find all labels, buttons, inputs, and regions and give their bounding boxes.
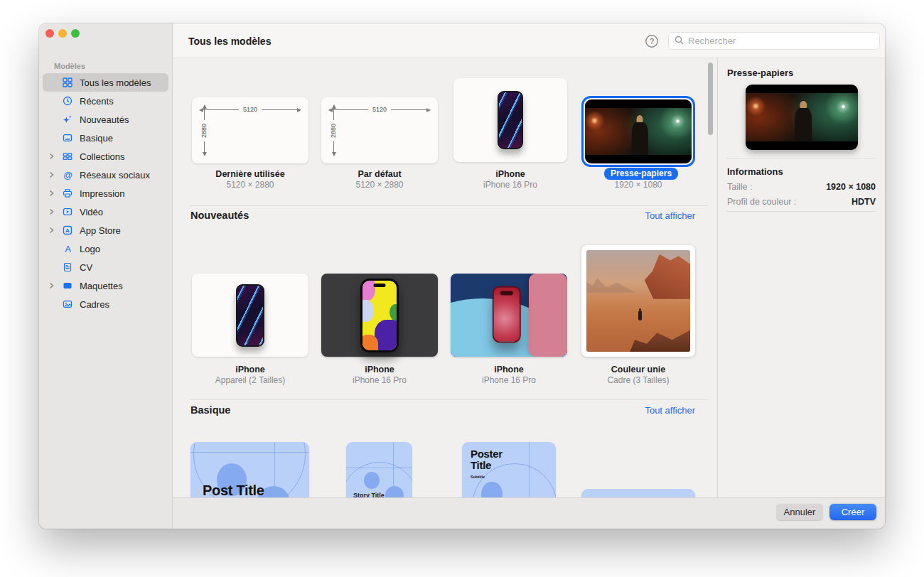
video-icon [62, 207, 73, 217]
sidebar-item-tous-les-modeles[interactable]: Tous les modèles [43, 73, 168, 92]
sidebar-item-basique[interactable]: Basique [43, 129, 168, 147]
sidebar-item-impression[interactable]: Impression [43, 184, 168, 203]
show-all-link[interactable]: Tout afficher [645, 210, 695, 221]
sidebar-item-cv[interactable]: CV [43, 258, 168, 276]
show-all-link[interactable]: Tout afficher [645, 405, 695, 416]
template-card-poster[interactable]: Poster Title Subtitle [462, 442, 556, 497]
template-card-couleur-unie[interactable] [581, 245, 695, 357]
sidebar-item-label: CV [80, 262, 92, 273]
pink-panel [529, 274, 567, 357]
toolbar: Tous les modèles ? [173, 23, 885, 58]
cancel-button[interactable]: Annuler [776, 504, 823, 520]
dialog-footer: Annuler Créer [173, 497, 885, 529]
sidebar-item-label: Basique [80, 133, 113, 144]
app-store-icon: A [62, 225, 73, 235]
iphone-preview-image [493, 286, 521, 343]
width-dimension-label: 5120 [368, 106, 391, 113]
mockup-icon [62, 281, 73, 291]
chevron-right-icon[interactable] [49, 190, 54, 197]
sidebar: Modèles Tous les modèles Récents Nouveau… [39, 23, 173, 529]
sidebar-item-app-store[interactable]: A App Store [43, 221, 168, 239]
sidebar-item-video[interactable]: Vidéo [43, 203, 168, 221]
height-dimension-arrow: 2880 [204, 105, 205, 156]
template-subtitle: iPhone 16 Pro [451, 375, 567, 385]
document-icon [62, 262, 73, 272]
zoom-button[interactable] [71, 29, 80, 38]
template-subtitle: iPhone 16 Pro [321, 375, 438, 385]
iphone-preview-image [360, 279, 399, 352]
chevron-right-icon[interactable] [49, 227, 54, 234]
sidebar-item-reseaux-sociaux[interactable]: @ Réseaux sociaux [43, 166, 168, 184]
template-preview-title: Poster Title [471, 448, 520, 471]
singer-silhouette [795, 101, 812, 141]
template-card-derniere-utilisee[interactable]: 5120 2880 [192, 97, 308, 163]
sidebar-section-label: Modèles [54, 62, 85, 70]
info-label: Taille : [727, 181, 752, 193]
template-subtitle: Cadre (3 Tailles) [581, 375, 695, 385]
chevron-right-icon[interactable] [49, 153, 54, 160]
sidebar-item-label: Réseaux sociaux [80, 170, 150, 180]
template-card-partial[interactable] [581, 489, 695, 497]
height-dimension-label: 2880 [200, 119, 208, 141]
chevron-right-icon[interactable] [49, 283, 54, 289]
selected-template-label: Presse-papiers [604, 168, 678, 180]
template-title: iPhone [192, 364, 308, 375]
sidebar-item-recents[interactable]: Récents [43, 92, 168, 110]
info-label: Profil de couleur : [727, 196, 796, 207]
template-card-iphone-colorful[interactable] [321, 274, 438, 357]
template-card-iphone-featured[interactable] [453, 78, 567, 162]
create-button[interactable]: Créer [829, 504, 876, 520]
vertical-scrollbar[interactable] [708, 63, 713, 135]
info-row-color-profile: Profil de couleur : HDTV [727, 196, 876, 207]
template-preview-title: Story Title [353, 492, 385, 497]
template-card-presse-papiers-selected[interactable] [581, 96, 695, 167]
section-title-basique: Basique [190, 404, 230, 416]
desert-photo [586, 250, 690, 352]
chevron-right-icon[interactable] [49, 209, 54, 215]
sidebar-item-cadres[interactable]: Cadres [43, 295, 168, 313]
clipboard-preview-image [746, 85, 858, 150]
height-dimension-arrow: 2880 [333, 105, 334, 156]
inspector-title: Presse-papiers [727, 68, 793, 78]
template-subtitle: 1920 × 1080 [581, 180, 695, 190]
height-dimension-label: 2880 [330, 119, 337, 141]
sidebar-list: Tous les modèles Récents Nouveautés Basi… [43, 73, 168, 313]
template-card-story[interactable]: Story Title [346, 442, 412, 497]
template-card-iphone-2-tailles[interactable] [192, 274, 308, 357]
info-value: HDTV [852, 196, 876, 207]
template-subtitle: Appareil (2 Tailles) [192, 375, 308, 385]
template-subtitle: 5120 × 2880 [192, 180, 308, 190]
template-card-post[interactable]: Post Title [190, 442, 309, 497]
sidebar-item-nouveautes[interactable]: Nouveautés [43, 110, 168, 129]
minimize-button[interactable] [58, 29, 67, 38]
template-card-par-defaut[interactable]: 5120 2880 [321, 97, 438, 163]
sidebar-item-collections[interactable]: Collections [43, 147, 168, 166]
help-button[interactable]: ? [645, 34, 659, 48]
width-dimension-label: 5120 [239, 106, 262, 113]
at-icon: @ [62, 170, 73, 180]
template-card-iphone-pink[interactable] [451, 274, 567, 357]
chevron-right-icon[interactable] [49, 172, 54, 178]
search-input[interactable] [688, 36, 874, 46]
template-preview-title: Post Title [203, 483, 264, 497]
page-title: Tous les modèles [188, 23, 271, 58]
sidebar-item-label: Récents [80, 96, 114, 107]
sidebar-item-logo[interactable]: A Logo [43, 239, 168, 258]
close-button[interactable] [45, 29, 54, 38]
singer-silhouette [632, 115, 648, 155]
template-preview-subtitle: Subtitle [471, 475, 485, 479]
printer-icon [62, 188, 73, 198]
sidebar-item-maquettes[interactable]: Maquettes [43, 276, 168, 295]
svg-text:?: ? [650, 37, 654, 45]
width-dimension-arrow: 5120 [200, 109, 301, 110]
sidebar-item-label: Tous les modèles [80, 77, 151, 88]
inspector-divider [726, 158, 876, 158]
grid-icon [62, 77, 73, 87]
iphone-preview-image [498, 91, 523, 149]
clipboard-video-preview [585, 99, 692, 163]
section-divider [190, 399, 708, 400]
collections-icon [62, 151, 73, 161]
frame-icon [62, 299, 73, 309]
magnifier-icon [675, 35, 684, 48]
search-field[interactable] [668, 32, 880, 50]
